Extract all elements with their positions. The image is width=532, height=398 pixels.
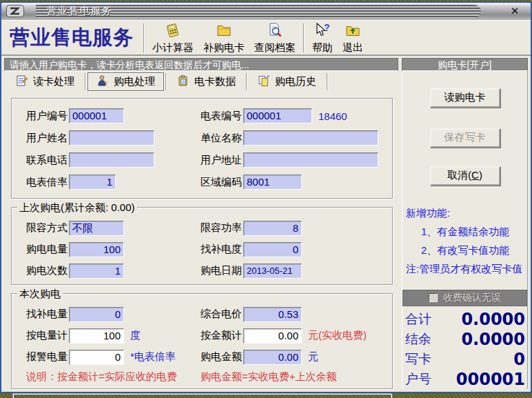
phone-label: 联系电话	[26, 154, 69, 167]
right-panel: 购电卡[开户] 读购电卡 保存写卡 取消(C) 新增功能: 1、有金额结余功能 …	[402, 58, 528, 389]
feature-note-2: 2、有改写卡值功能	[406, 241, 527, 259]
card-data-icon	[177, 74, 190, 89]
window-logo-icon	[6, 5, 24, 17]
exit-icon	[344, 22, 362, 41]
account-no-value: 000001	[456, 370, 525, 389]
write-card-value: 0	[513, 350, 525, 369]
balance-label: 结余	[405, 330, 431, 348]
limit-mode-field[interactable]: 不限	[69, 221, 124, 236]
help-icon: ?	[314, 22, 331, 41]
read-card-button[interactable]: 读购电卡	[430, 88, 500, 108]
repurchase-card-button-label: 补购电卡	[203, 41, 245, 53]
energy-label: 购电电量	[26, 243, 69, 256]
org-name-field[interactable]	[243, 130, 378, 146]
price-field[interactable]: 0.53	[243, 307, 302, 322]
balance-value: 0.0000	[461, 330, 525, 349]
summary-row-total: 合计 0.0000	[405, 309, 525, 329]
confirm-label: 收费确认无误	[443, 292, 501, 304]
tab-separator	[327, 73, 328, 90]
repurchase-card-button[interactable]: 补购电卡	[198, 21, 249, 54]
purchase-date-field[interactable]: 2013-05-21	[243, 263, 302, 279]
search-doc-icon	[266, 22, 284, 41]
tab-read-card[interactable]: 读卡处理	[7, 72, 83, 91]
adjust-qty-field[interactable]: 0	[69, 307, 124, 322]
user-no-field[interactable]: 000001	[69, 108, 124, 123]
confirm-checkbox[interactable]	[429, 293, 438, 302]
adjust-qty-label: 找补电量	[26, 308, 69, 321]
total-value: 0.0000	[461, 310, 525, 329]
user-info-groupbox: 用户编号 000001 电表编号 000001 18460 用户姓名	[11, 98, 393, 199]
user-name-field[interactable]	[69, 130, 154, 146]
calculator-button-label: 小计算器	[152, 41, 194, 53]
area-code-field[interactable]: 8001	[243, 175, 302, 190]
energy-field[interactable]: 100	[69, 242, 124, 257]
total-label: 合计	[405, 310, 431, 328]
purchase-times-field[interactable]: 1	[69, 263, 124, 279]
form-row: 电表倍率 1 区域编码 8001	[12, 171, 392, 193]
notes-row: 说明：按金额计=实际应收的电费 购电金额=实收电费+上次余额	[12, 368, 392, 386]
form-row: 用户姓名 单位名称	[12, 127, 392, 149]
tab-history[interactable]: 购电历史	[249, 72, 325, 91]
tab-card-data[interactable]: 电卡数据	[168, 72, 245, 91]
read-card-icon	[16, 74, 28, 89]
purchase-date-label: 购电日期	[201, 264, 243, 277]
phone-field[interactable]	[69, 152, 154, 168]
by-amount-input[interactable]: 0.00	[243, 328, 302, 344]
adjust-degree-field[interactable]: 0	[243, 242, 302, 257]
form-row: 购电电量 100 找补电度 0	[12, 239, 392, 260]
close-icon[interactable]: ✕	[506, 4, 524, 18]
folder-icon	[215, 22, 233, 41]
current-purchase-title: 本次购电	[17, 288, 63, 299]
panel-body: 读购电卡 保存写卡 取消(C) 新增功能: 1、有金额结余功能 2、有改写卡值功…	[402, 71, 528, 389]
address-field[interactable]	[243, 152, 378, 168]
adjust-degree-label: 找补电度	[201, 243, 243, 256]
tab-card-data-label: 电卡数据	[194, 75, 236, 88]
exit-button-label: 退出	[342, 41, 363, 53]
svg-text:?: ?	[324, 22, 330, 33]
form-row: 用户编号 000001 电表编号 000001 18460	[12, 105, 392, 127]
account-no-label: 户号	[405, 370, 431, 388]
limit-power-field[interactable]: 8	[243, 221, 302, 236]
window-title: 营业售电服务	[47, 5, 113, 17]
meter-no-field[interactable]: 000001	[243, 108, 312, 123]
meter-rate-field[interactable]: 1	[69, 175, 116, 190]
last-purchase-groupbox: 上次购电(累计余额: 0.00) 限容方式 不限 限容功率 8	[11, 207, 393, 285]
view-archive-button-label: 查阅档案	[254, 41, 296, 53]
limit-power-label: 限容功率	[201, 221, 243, 235]
form-row: 联系电话 用户地址	[12, 149, 392, 171]
calculator-button[interactable]: 小计算器	[147, 21, 198, 54]
current-purchase-groupbox: 本次购电 找补电量 0 综合电价 0.53	[11, 293, 393, 389]
tab-separator	[85, 73, 86, 90]
feature-notes: 新增功能: 1、有金额结余功能 2、有改写卡值功能 注:管理员才有权改写卡值	[402, 203, 527, 278]
cancel-button[interactable]: 取消(C)	[430, 166, 500, 186]
help-button[interactable]: ? 帮助	[307, 21, 338, 54]
current-purchase-note1: 说明：按金额计=实际应收的电费	[26, 370, 201, 384]
form-row: 按电量计 100 度 按金额计 0.00 元(实收电费)	[12, 325, 392, 346]
save-write-card-button: 保存写卡	[430, 128, 500, 148]
last-purchase-title: 上次购电(累计余额: 0.00)	[17, 201, 137, 213]
amount-unit: 元	[308, 350, 318, 364]
amount-field[interactable]: 0.00	[243, 350, 302, 365]
tab-bar: 读卡处理 购电处理 电卡数据	[4, 71, 398, 92]
current-purchase-note2: 购电金额=实收电费+上次余额	[201, 370, 337, 384]
summary-panel: 合计 0.0000 结余 0.0000 写卡 0 户号	[402, 306, 527, 389]
feature-note-3: 注:管理员才有权改写卡值	[406, 259, 527, 278]
alarm-qty-input[interactable]: 0	[69, 350, 124, 365]
calculator-icon	[164, 22, 182, 41]
by-amount-label: 按金额计	[201, 329, 243, 342]
exit-button[interactable]: 退出	[338, 21, 368, 54]
meter-rate-label: 电表倍率	[26, 176, 69, 189]
user-name-label: 用户姓名	[26, 132, 69, 145]
status-message: 请插入用户购电卡，读卡分析电表返回数据后才可购电...	[4, 58, 398, 71]
view-archive-button[interactable]: 查阅档案	[249, 21, 300, 54]
by-qty-input[interactable]: 100	[69, 328, 124, 344]
summary-row-write: 写卡 0	[405, 349, 525, 369]
tab-buy-power-label: 购电处理	[114, 75, 155, 88]
tab-buy-power[interactable]: 购电处理	[88, 72, 164, 91]
title-bar[interactable]: 营业售电服务 ✕	[1, 3, 531, 20]
tab-content: 用户编号 000001 电表编号 000001 18460 用户姓名	[4, 92, 398, 398]
feature-note-1: 1、有金额结余功能	[406, 222, 527, 241]
toolbar: 营业售电服务 小计算器 补购电卡 查阅档案	[1, 20, 531, 56]
app-title: 营业售电服务	[1, 24, 141, 52]
buy-power-icon	[96, 74, 109, 89]
